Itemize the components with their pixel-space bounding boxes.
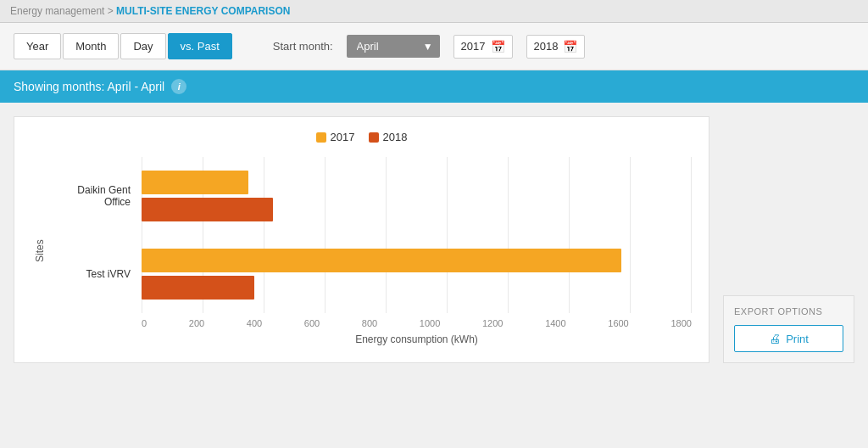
bar-row [142,276,692,300]
x-tick: 600 [304,318,320,328]
start-month-label: Start month: [273,40,333,53]
info-bar: Showing months: April - April i [0,70,868,103]
bar-group: Daikin Gent Office [142,157,692,235]
legend-label-2017: 2017 [331,131,355,143]
print-button[interactable]: 🖨 Print [734,325,843,352]
month-dropdown-wrap: January February March April May June Ju… [347,35,440,58]
info-icon[interactable]: i [171,79,186,94]
right-panel: EXPORT OPTIONS 🖨 Print [723,116,854,363]
day-button[interactable]: Day [120,33,165,59]
bar-group: Test iVRV [142,235,692,313]
year2-input-wrap: 2018 📅 [526,35,586,59]
x-axis-ticks: 020040060080010001200140016001800 [48,318,692,328]
bar-groups-container: Daikin Gent OfficeTest iVRV [142,157,692,313]
x-tick: 800 [362,318,377,328]
showing-months-text: Showing months: April - April [14,80,164,93]
bar-2018 [142,276,254,300]
chart-inner: Daikin Gent OfficeTest iVRV 020040060080… [48,157,692,345]
chart-legend: 2017 2018 [31,131,692,143]
bar-row [142,171,692,194]
year1-value: 2017 [461,40,486,53]
print-label: Print [786,333,809,345]
month-button[interactable]: Month [63,33,119,59]
view-toggle-group: Year Month Day vs. Past [14,33,232,59]
year1-input-wrap: 2017 📅 [453,35,513,59]
year-button[interactable]: Year [14,33,61,59]
controls-bar: Year Month Day vs. Past Start month: Jan… [0,23,868,70]
legend-label-2018: 2018 [383,131,408,143]
print-icon: 🖨 [769,332,781,345]
chart-plot: Daikin Gent OfficeTest iVRV [48,157,692,313]
chart-container: Sites Daikin Gent OfficeTest iVRV 020040… [31,157,692,345]
calendar2-icon[interactable]: 📅 [563,40,577,53]
legend-item-2018: 2018 [369,131,408,143]
x-tick: 1200 [482,318,503,328]
vs-past-button[interactable]: vs. Past [168,33,232,59]
month-dropdown[interactable]: January February March April May June Ju… [347,35,440,58]
year2-value: 2018 [534,40,559,53]
chart-area: 2017 2018 Sites Daikin Gent OfficeTest i… [14,116,709,363]
legend-item-2017: 2017 [316,131,355,143]
legend-dot-2017 [316,132,326,143]
main-content: 2017 2018 Sites Daikin Gent OfficeTest i… [0,103,868,377]
bar-row [142,198,692,221]
bar-group-label: Daikin Gent Office [48,184,137,208]
x-tick: 1400 [545,318,565,328]
bar-2017 [142,171,248,194]
export-title: EXPORT OPTIONS [734,306,843,316]
x-tick: 400 [247,318,262,328]
bar-group-label: Test iVRV [48,268,137,280]
bar-row [142,249,692,272]
x-tick: 1000 [420,318,440,328]
bar-2018 [142,198,273,221]
page-title: MULTI-SITE ENERGY COMPARISON [116,5,290,17]
y-axis-label: Sites [31,157,48,345]
breadcrumb-prefix: Energy management > [10,5,114,17]
x-tick: 0 [142,318,147,328]
x-axis-label: Energy consumption (kWh) [48,333,692,345]
calendar1-icon[interactable]: 📅 [491,40,505,53]
legend-dot-2018 [369,132,379,143]
export-box: EXPORT OPTIONS 🖨 Print [723,295,854,363]
x-tick: 200 [189,318,204,328]
x-tick: 1800 [670,318,691,328]
bar-2017 [142,249,621,272]
breadcrumb-bar: Energy management > MULTI-SITE ENERGY CO… [0,0,868,23]
x-tick: 1600 [608,318,628,328]
